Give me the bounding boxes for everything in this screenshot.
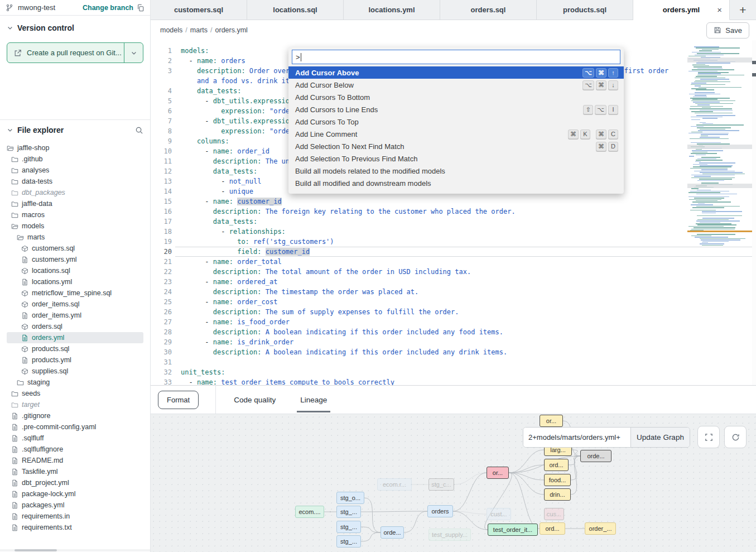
file-explorer-header[interactable]: File explorer (7, 126, 143, 135)
fullscreen-button[interactable] (697, 426, 720, 448)
lineage-node-drin[interactable]: drin... (544, 488, 571, 501)
file-tree-item-customers-yml[interactable]: customers.yml (7, 254, 143, 265)
file-tree-item-locations-sql[interactable]: locations.sql (7, 265, 143, 276)
lineage-node-orders[interactable]: orders (427, 505, 453, 517)
file-tree-item--pre-commit-config-yaml[interactable]: .pre-commit-config.yaml (7, 421, 143, 433)
file-tree-item-readme-md[interactable]: README.md (7, 455, 143, 466)
model-selector-input[interactable] (523, 428, 630, 447)
code-line-30[interactable]: 30 description: A boolean indicating if … (151, 347, 687, 357)
palette-item-build-all-models-related-to-the-modified-models[interactable]: Build all models related to the modified… (288, 165, 624, 177)
code-line-29[interactable]: 29 - name: is_drink_order (151, 337, 687, 347)
lineage-node-stgc_f[interactable]: stg_c... (428, 478, 454, 491)
file-tree-item-orders-sql[interactable]: orders.sql (7, 321, 143, 332)
file-tree-item-taskfile-yml[interactable]: Taskfile.yml (7, 466, 143, 477)
lineage-node-stg3[interactable]: stg_... (336, 535, 361, 548)
lineage-node-or_pink[interactable]: or... (487, 467, 509, 479)
lineage-canvas[interactable]: Update Graph or...larg...orde...ord...fo… (151, 414, 756, 552)
breadcrumb-part[interactable]: marts (190, 26, 208, 34)
code-line-20[interactable]: 20 field: customer_id (151, 247, 687, 257)
file-tree-item-orders-yml[interactable]: orders.yml (7, 332, 143, 343)
file-tree-item--gitignore[interactable]: .gitignore (7, 410, 143, 421)
create-pr-button[interactable]: Create a pull request on Git... (7, 42, 143, 63)
palette-item-add-selection-to-previous-find-match[interactable]: Add Selection To Previous Find Match (288, 152, 624, 165)
code-line-25[interactable]: 25 - name: order_cost (151, 297, 687, 307)
file-tree-item-requirements-txt[interactable]: requirements.txt (7, 522, 143, 533)
code-line-16[interactable]: 16 description: The foreign key relating… (151, 207, 687, 217)
minimap[interactable] (687, 46, 752, 249)
code-line-33[interactable]: 33 - name: test_order_items_compute_to_b… (151, 377, 687, 385)
lineage-node-ecomr_f[interactable]: ecom.r... (377, 478, 412, 491)
tab-products-sql[interactable]: products.sql (537, 0, 633, 20)
command-palette-input[interactable]: > (292, 50, 620, 64)
lineage-node-ord2[interactable]: ord... (540, 522, 565, 535)
lineage-node-orde_gray[interactable]: orde... (580, 450, 611, 462)
editor-vertical-scrollbar[interactable] (752, 40, 756, 385)
file-tree-item-models[interactable]: models (7, 220, 143, 232)
file-tree-item-marts[interactable]: marts (7, 232, 143, 243)
code-line-24[interactable]: 24 description: The timestamp the order … (151, 287, 687, 297)
file-tree-item-customers-sql[interactable]: customers.sql (7, 243, 143, 254)
file-tree-item-jaffle-data[interactable]: jaffle-data (7, 198, 143, 209)
palette-item-add-cursors-to-top[interactable]: Add Cursors To Top (288, 116, 624, 128)
file-tree-item--sqlfluff[interactable]: .sqlfluff (7, 433, 143, 444)
file-tree-item--github[interactable]: .github (7, 153, 143, 165)
update-graph-button[interactable]: Update Graph (630, 428, 690, 447)
lineage-node-cus_f[interactable]: cus... (544, 508, 564, 520)
file-tree-item-products-sql[interactable]: products.sql (7, 343, 143, 354)
sidebar-horizontal-scrollbar[interactable] (0, 549, 150, 551)
save-button[interactable]: Save (706, 22, 749, 39)
lineage-node-ecom[interactable]: ecom.... (295, 506, 324, 518)
tab-orders-yml[interactable]: orders.yml× (633, 0, 730, 20)
file-tree-item-dbt-project-yml[interactable]: dbt_project.yml (7, 477, 143, 488)
search-icon[interactable] (135, 126, 143, 135)
palette-item-add-cursor-above[interactable]: Add Cursor Above⌥⌘↑ (288, 66, 624, 79)
palette-item-add-cursors-to-line-ends[interactable]: Add Cursors to Line Ends⇧⌥I (288, 103, 624, 116)
file-tree-item-target[interactable]: target (7, 399, 143, 410)
lineage-node-food[interactable]: food... (544, 474, 571, 486)
tab-customers-sql[interactable]: customers.sql (151, 0, 247, 20)
file-tree-item-order-items-yml[interactable]: order_items.yml (7, 310, 143, 321)
create-pr-dropdown[interactable] (124, 43, 143, 63)
copy-branch-icon[interactable] (137, 4, 145, 12)
lineage-node-order3[interactable]: order_... (585, 522, 616, 535)
lineage-node-ord1[interactable]: ord... (544, 459, 569, 471)
file-tree-item-dbt-packages[interactable]: dbt_packages (7, 187, 143, 198)
code-line-19[interactable]: 19 to: ref('stg_customers') (151, 237, 687, 247)
file-tree-item-package-lock-yml[interactable]: package-lock.yml (7, 488, 143, 500)
code-line-18[interactable]: 18 - relationships: (151, 227, 687, 237)
file-tree-item-macros[interactable]: macros (7, 209, 143, 220)
code-line-31[interactable]: 31 (151, 357, 687, 367)
code-line-32[interactable]: 32unit_tests: (151, 367, 687, 377)
lineage-node-stg_o[interactable]: stg_o... (336, 492, 364, 504)
lineage-node-stg2[interactable]: stg_... (336, 521, 361, 533)
code-line-26[interactable]: 26 description: The sum of supply expens… (151, 307, 687, 317)
lineage-node-testorder[interactable]: test_order_it... (488, 524, 538, 536)
file-tree-item-supplies-sql[interactable]: supplies.sql (7, 366, 143, 377)
file-tree-item-data-tests[interactable]: data-tests (7, 176, 143, 187)
refresh-button[interactable] (724, 426, 747, 448)
new-tab-button[interactable]: + (730, 0, 756, 20)
file-tree-item-analyses[interactable]: analyses (7, 165, 143, 176)
code-line-17[interactable]: 17 data_tests: (151, 217, 687, 227)
close-icon[interactable]: × (717, 5, 722, 15)
lineage-node-orde_blue[interactable]: orde... (381, 526, 404, 539)
lineage-node-or_top[interactable]: or... (540, 415, 563, 427)
palette-item-add-cursors-to-bottom[interactable]: Add Cursors To Bottom (288, 91, 624, 103)
file-tree-item--sqlfluffignore[interactable]: .sqlfluffignore (7, 444, 143, 455)
breadcrumb-part[interactable]: models (160, 26, 182, 34)
code-line-15[interactable]: 15 - name: customer_id (151, 196, 687, 207)
format-button[interactable]: Format (158, 391, 199, 409)
file-tree-item-requirements-in[interactable]: requirements.in (7, 511, 143, 522)
file-tree-item-metricflow-time-spine-sql[interactable]: metricflow_time_spine.sql (7, 287, 143, 299)
bottom-tab-code-quality[interactable]: Code quality (234, 386, 276, 414)
lineage-node-cust_f[interactable]: cust... (487, 508, 511, 520)
code-line-21[interactable]: 21 - name: order_total (151, 257, 687, 267)
tab-locations-sql[interactable]: locations.sql (247, 0, 344, 20)
change-branch-link[interactable]: Change branch (83, 4, 133, 12)
file-tree-item-order-items-sql[interactable]: order_items.sql (7, 299, 143, 310)
file-tree-item-locations-yml[interactable]: locations.yml (7, 276, 143, 287)
version-control-header[interactable]: Version control (7, 23, 143, 32)
tab-locations-yml[interactable]: locations.yml (344, 0, 440, 20)
code-line-22[interactable]: 22 description: The total amount of the … (151, 267, 687, 277)
file-tree-item-products-yml[interactable]: products.yml (7, 354, 143, 366)
